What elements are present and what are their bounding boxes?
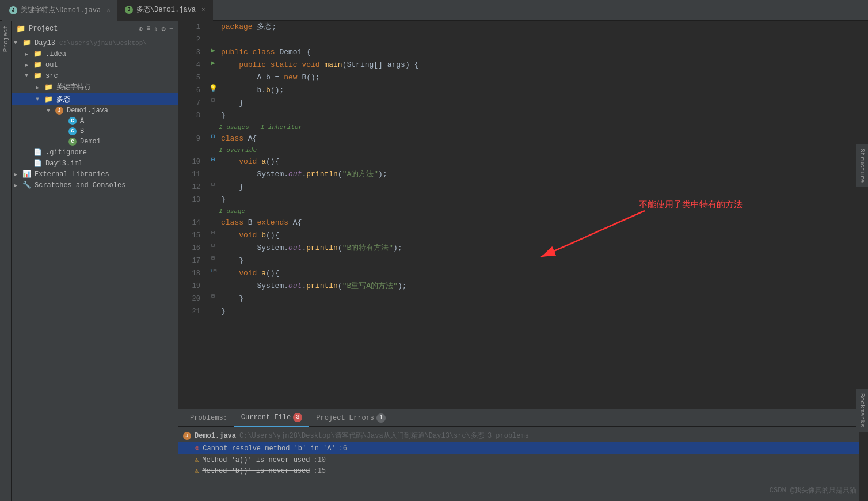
tree-demo1-label: Demo1.java [67, 107, 108, 115]
tree-idea[interactable]: ▶ 📁 .idea [12, 48, 178, 59]
problem-loc-2: :15 [313, 467, 326, 475]
icon-ext-libs: 📊 [22, 170, 31, 179]
tab-0[interactable]: J 关键字特点\Demo1.java × [2, 0, 118, 21]
tab-0-close[interactable]: × [106, 7, 111, 14]
bottom-tab-current-file[interactable]: Current File 3 [234, 409, 309, 427]
project-vertical-tab[interactable]: Project [1, 21, 10, 56]
lc-11: System.out.println("A的方法"); [219, 168, 859, 181]
hint-usages: 2 usages 1 inheritor [178, 122, 859, 132]
project-header: 📁 Project ⊕ ≡ ⇕ ⚙ − [12, 21, 178, 37]
ln-18: 18 [178, 267, 207, 280]
code-line-11: 11 System.out.println("A的方法"); [178, 168, 859, 181]
tree-gitignore[interactable]: ▶ 📄 .gitignore [12, 147, 178, 158]
tree-class-A[interactable]: C A [12, 116, 178, 126]
csdn-watermark: CSDN @我头像真的只是只猫 [770, 485, 856, 495]
tree-day13-label: Day13 [35, 39, 55, 47]
tree-duotai[interactable]: ▼ 📁 多态 [12, 93, 178, 105]
current-file-badge: 3 [293, 413, 302, 422]
gutter-17: ⊟ [207, 255, 219, 261]
tab-1[interactable]: J 多态\Demo1.java × [118, 0, 213, 21]
folder-icon-day13: 📁 [22, 39, 31, 47]
ln-4: 4 [178, 59, 207, 71]
code-line-19: 19 System.out.println("B重写A的方法"); [178, 280, 859, 293]
code-line-5: 5 A b = new B(); [178, 71, 859, 84]
lc-19: System.out.println("B重写A的方法"); [219, 280, 859, 293]
project-action-icon-2[interactable]: ≡ [146, 25, 150, 33]
ln-14: 14 [178, 217, 207, 229]
arrow-out: ▶ [25, 62, 32, 69]
code-line-6: 6 💡 b.b(); [178, 84, 859, 97]
tree-keyword-label: 关键字特点 [56, 82, 91, 92]
tree-class-B[interactable]: C B [12, 126, 178, 136]
tree-demo1-java[interactable]: ▼ J Demo1.java [12, 105, 178, 116]
tree-day13[interactable]: ▼ 📁 Day13 C:\Users\yjn28\Desktop\ [12, 37, 178, 48]
problems-label: Problems: [190, 414, 227, 422]
warn-icon-2: ⚠ [195, 466, 199, 475]
tree-idea-label: .idea [45, 50, 66, 58]
ln-20: 20 [178, 293, 207, 305]
problem-file-icon: J [183, 432, 191, 440]
arrow-keyword: ▶ [36, 84, 43, 91]
problem-row-2[interactable]: ⚠ Method 'b()' is never used :15 [178, 465, 859, 476]
bookmark-18: ⊟ [214, 267, 217, 274]
tree-iml[interactable]: ▶ 📄 Day13.iml [12, 158, 178, 169]
project-action-icon-1[interactable]: ⊕ [139, 25, 143, 33]
gutter-6: 💡 [207, 84, 219, 93]
gutter-18: ⬆ ⊟ [207, 267, 219, 274]
bookmark-10: ⊟ [211, 155, 215, 163]
gutter-9: ⊟ [207, 132, 219, 140]
tree-Demo1-label: Demo1 [80, 138, 101, 146]
tree-duotai-label: 多态 [56, 94, 70, 104]
code-editor[interactable]: 1 package 多态; 2 3 ▶ public class Demo1 {… [178, 21, 859, 409]
ln-10: 10 [178, 155, 207, 168]
code-line-16: 16 ⊟ System.out.println("B的特有方法"); [178, 242, 859, 255]
code-line-15: 15 ⊟ void b(){ [178, 229, 859, 242]
tree-iml-label: Day13.iml [45, 160, 83, 168]
ln-15: 15 [178, 229, 207, 242]
icon-scratches: 🔧 [22, 181, 31, 189]
tree-gitignore-label: .gitignore [45, 149, 87, 157]
folder-icon-duotai: 📁 [44, 95, 53, 104]
ln-13: 13 [178, 193, 207, 206]
structure-tab[interactable]: Structure [856, 144, 868, 187]
project-action-icon-4[interactable]: ⚙ [162, 25, 166, 33]
tree-out[interactable]: ▶ 📁 out [12, 59, 178, 70]
tree-class-Demo1[interactable]: C Demo1 [12, 136, 178, 147]
lc-7: } [219, 97, 859, 109]
run-icon-3[interactable]: ▶ [211, 46, 215, 55]
lc-15: void b(){ [219, 229, 859, 242]
tab-bar: J 关键字特点\Demo1.java × J 多态\Demo1.java × [0, 0, 868, 21]
lc-12: } [219, 181, 859, 193]
project-errors-badge: 1 [376, 413, 386, 423]
problem-text-0: Cannot resolve method 'b' in 'A' [203, 445, 335, 453]
tree-A-label: A [80, 117, 84, 125]
gutter-10: ⊟ [207, 155, 219, 163]
project-action-icon-3[interactable]: ⇕ [154, 25, 158, 33]
code-line-2: 2 [178, 33, 859, 46]
problem-row-0[interactable]: ⊗ Cannot resolve method 'b' in 'A' :6 [178, 442, 859, 454]
bottom-tab-project-errors[interactable]: Project Errors 1 [309, 409, 393, 427]
project-action-icon-5[interactable]: − [169, 25, 173, 33]
class-A-icon: C [68, 117, 77, 125]
tree-ext-libs[interactable]: ▶ 📊 External Libraries [12, 169, 178, 180]
tree-src[interactable]: ▼ 📁 src [12, 70, 178, 81]
problem-loc-1: :10 [313, 456, 326, 464]
problem-row-1[interactable]: ⚠ Method 'a()' is never used :10 [178, 454, 859, 465]
ln-12: 12 [178, 181, 207, 193]
gutter-16: ⊟ [207, 242, 219, 249]
bookmarks-tab[interactable]: Bookmarks [856, 389, 868, 432]
project-title: Project [29, 25, 58, 33]
arrow-duotai: ▼ [36, 96, 43, 103]
bookmark-12: ⊟ [211, 181, 215, 188]
file-icon-gitignore: 📄 [33, 148, 42, 157]
ln-8: 8 [178, 109, 207, 122]
bottom-tab-problems[interactable]: Problems: [183, 409, 234, 427]
tab-1-close[interactable]: × [201, 6, 205, 13]
tab-0-icon: J [9, 6, 17, 14]
lc-1: package 多态; [219, 21, 859, 33]
tree-scratches[interactable]: ▶ 🔧 Scratches and Consoles [12, 180, 178, 191]
tab-0-label: 关键字特点\Demo1.java [21, 5, 101, 15]
tree-keyword[interactable]: ▶ 📁 关键字特点 [12, 81, 178, 93]
ln-5: 5 [178, 71, 207, 84]
run-icon-4[interactable]: ▶ [211, 59, 215, 67]
